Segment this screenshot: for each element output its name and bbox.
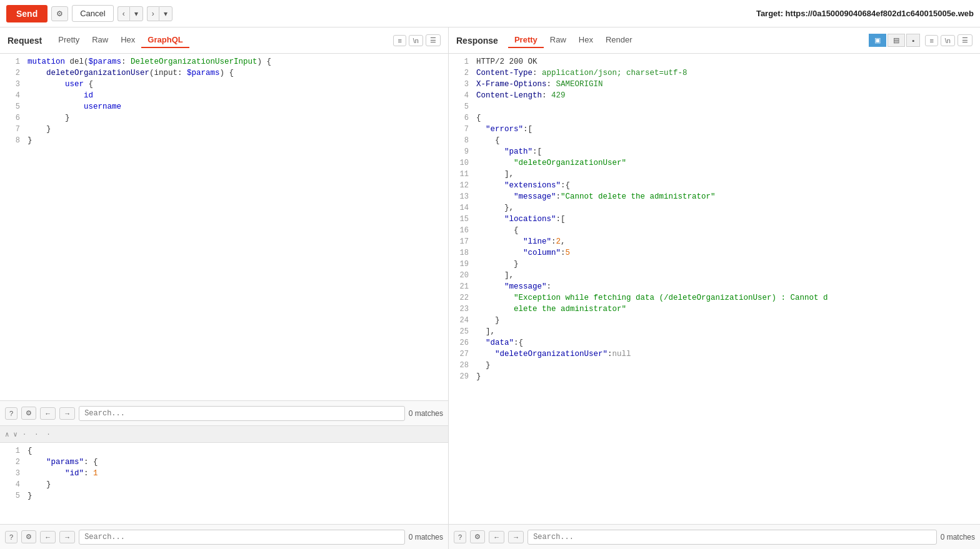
code-line: 24 }: [449, 315, 980, 326]
code-line: 13 "message":"Cannot delete the administ…: [449, 191, 980, 202]
resp-next-match-button[interactable]: →: [508, 531, 524, 543]
code-line: 3 "id": 1: [0, 468, 448, 479]
response-code-area[interactable]: 1 HTTP/2 200 OK 2 Content-Type: applicat…: [449, 54, 980, 524]
format-icon-button[interactable]: ≡: [393, 35, 406, 46]
code-line: 7 "errors":[: [449, 124, 980, 135]
response-menu-icon[interactable]: ☰: [958, 34, 972, 46]
next-match-button[interactable]: →: [59, 407, 75, 420]
code-line: 10 "deleteOrganizationUser": [449, 157, 980, 169]
request-panel: Request Pretty Raw Hex GraphQL ≡ \n ☰ 1 …: [0, 27, 449, 549]
code-line: 8 }: [0, 135, 448, 146]
code-line: 6 }: [0, 112, 448, 124]
nav-prev-group: ‹ ▾: [118, 6, 143, 21]
main-content: Request Pretty Raw Hex GraphQL ≡ \n ☰ 1 …: [0, 27, 980, 549]
code-line: 26 "data":{: [449, 337, 980, 349]
request-search-input[interactable]: [79, 406, 405, 421]
response-panel-title: Response: [456, 36, 498, 46]
code-line: 20 ],: [449, 270, 980, 281]
newline-icon-button[interactable]: \n: [409, 35, 423, 46]
nav-next-drop-button[interactable]: ▾: [159, 6, 172, 21]
tab-pretty-response[interactable]: Pretty: [508, 32, 544, 48]
variables-search-input[interactable]: [79, 530, 405, 545]
code-line: 6 {: [449, 112, 980, 124]
code-line: 28 }: [449, 360, 980, 371]
code-line: 1 {: [0, 445, 448, 457]
var-settings-icon-button[interactable]: ⚙: [21, 530, 36, 543]
top-toolbar: Send ⚙ Cancel ‹ ▾ › ▾ Target: https://0a…: [0, 0, 980, 27]
code-line: 5 username: [0, 101, 448, 112]
request-header: Request Pretty Raw Hex GraphQL ≡ \n ☰: [0, 27, 448, 54]
code-line: 4 Content-Length: 429: [449, 90, 980, 101]
code-line: 25 ],: [449, 326, 980, 337]
settings-icon-button[interactable]: ⚙: [51, 6, 68, 21]
variables-code-area[interactable]: 1 { 2 "params": { 3 "id": 1 4 } 5 }: [0, 443, 448, 524]
resp-settings-icon-button[interactable]: ⚙: [470, 530, 485, 543]
send-button[interactable]: Send: [6, 5, 48, 22]
target-url: Target: https://0a150009040684ef802d1c64…: [756, 9, 974, 18]
var-help-icon-button[interactable]: ?: [5, 531, 18, 543]
code-line: 18 "column":5: [449, 247, 980, 259]
code-line: 27 "deleteOrganizationUser":null: [449, 349, 980, 360]
code-line: 8 {: [449, 135, 980, 146]
tab-render-response[interactable]: Render: [599, 32, 639, 48]
nav-next-button[interactable]: ›: [147, 6, 159, 21]
request-panel-title: Request: [8, 36, 42, 46]
code-line: 15 "locations":[: [449, 214, 980, 225]
nav-prev-button[interactable]: ‹: [118, 6, 129, 21]
variables-divider: ∧ ∨ · · ·: [0, 425, 448, 443]
code-line: 7 }: [0, 124, 448, 135]
settings2-icon-button[interactable]: ⚙: [21, 407, 36, 420]
response-search-bar: ? ⚙ ← → 0 matches: [449, 524, 980, 549]
resp-prev-match-button[interactable]: ←: [489, 531, 504, 543]
code-line: 19 }: [449, 259, 980, 270]
view-mode-split-button[interactable]: ▣: [869, 34, 886, 47]
code-line: 22 "Exception while fetching data (/dele…: [449, 292, 980, 304]
request-code-area[interactable]: 1 mutation del($params: DeleteOrganizati…: [0, 54, 448, 400]
tab-raw-response[interactable]: Raw: [544, 32, 572, 48]
code-line: 23 elete the administrator": [449, 304, 980, 315]
view-mode-list-button[interactable]: ▤: [888, 34, 905, 47]
help-icon-button[interactable]: ?: [5, 407, 18, 420]
response-match-count: 0 matches: [941, 533, 975, 542]
tab-graphql-request[interactable]: GraphQL: [141, 32, 189, 48]
view-mode-small-button[interactable]: ▪: [906, 34, 920, 47]
var-next-match-button[interactable]: →: [59, 531, 75, 543]
code-line: 11 ],: [449, 169, 980, 180]
code-line: 21 "message":: [449, 281, 980, 292]
code-line: 14 },: [449, 202, 980, 214]
variables-match-count: 0 matches: [409, 533, 443, 542]
response-header: Response Pretty Raw Hex Render ▣ ▤ ▪ ≡ \…: [449, 27, 980, 54]
var-prev-match-button[interactable]: ←: [40, 531, 56, 543]
prev-match-button[interactable]: ←: [40, 407, 56, 420]
view-mode-group: ▣ ▤ ▪: [869, 34, 920, 47]
code-line: 5 }: [0, 490, 448, 502]
response-format-icon[interactable]: ≡: [925, 35, 938, 46]
request-match-count: 0 matches: [409, 409, 443, 418]
code-line: 2 "params": {: [0, 457, 448, 468]
code-line: 5: [449, 101, 980, 112]
tab-raw-request[interactable]: Raw: [86, 32, 114, 48]
request-search-bar: ? ⚙ ← → 0 matches: [0, 400, 448, 425]
tab-hex-request[interactable]: Hex: [114, 32, 141, 48]
cancel-button[interactable]: Cancel: [72, 5, 113, 22]
code-line: 9 "path":[: [449, 146, 980, 157]
response-newline-icon[interactable]: \n: [941, 35, 955, 46]
code-line: 2 Content-Type: application/json; charse…: [449, 67, 980, 79]
nav-next-group: › ▾: [147, 6, 172, 21]
code-line: 3 X-Frame-Options: SAMEORIGIN: [449, 79, 980, 90]
menu-icon-button[interactable]: ☰: [426, 34, 441, 46]
response-panel: Response Pretty Raw Hex Render ▣ ▤ ▪ ≡ \…: [449, 27, 980, 549]
request-toolbar-icons: ≡ \n ☰: [393, 34, 441, 46]
response-toolbar-icons: ▣ ▤ ▪ ≡ \n ☰: [869, 34, 972, 47]
code-line: 2 deleteOrganizationUser(input: $params)…: [0, 67, 448, 79]
code-line: 4 }: [0, 479, 448, 490]
code-line: 3 user {: [0, 79, 448, 90]
resp-help-icon-button[interactable]: ?: [454, 531, 466, 543]
tab-hex-response[interactable]: Hex: [572, 32, 599, 48]
code-line: 4 id: [0, 90, 448, 101]
response-search-input[interactable]: [528, 530, 937, 545]
nav-prev-drop-button[interactable]: ▾: [129, 6, 143, 21]
code-line: 1 HTTP/2 200 OK: [449, 56, 980, 67]
tab-pretty-request[interactable]: Pretty: [52, 32, 86, 48]
code-line: 29 }: [449, 371, 980, 382]
